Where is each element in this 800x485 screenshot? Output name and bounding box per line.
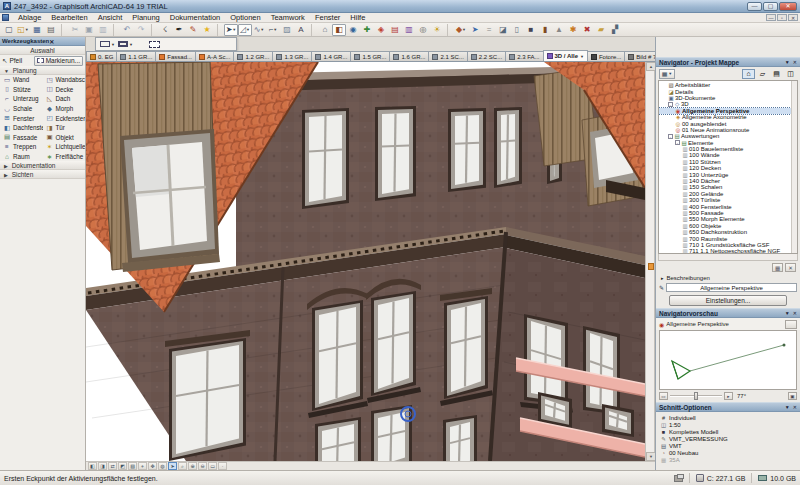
view-tab-1-3-GR-[interactable]: 1.3 GR...: [272, 51, 312, 61]
view-tab-2-1-SC-[interactable]: 2.1 SC...: [428, 51, 467, 61]
viewport-nav-icon-7[interactable]: ◍: [158, 462, 167, 470]
view-tab-Fotore-[interactable]: Fotore...: [587, 51, 625, 61]
slope-tool-icon[interactable]: ◿▼: [238, 24, 252, 36]
tool-pfeil[interactable]: ↖ Pfeil: [2, 57, 32, 65]
tool-schale[interactable]: ◡Schale: [0, 104, 43, 114]
view-name-field[interactable]: Allgemeine Perspektive: [666, 283, 797, 292]
tool-freifl-che[interactable]: ∗Freifläche: [43, 152, 86, 162]
view-tab-Fassad-[interactable]: Fassad...: [155, 51, 196, 61]
helper-icon[interactable]: ◉: [346, 24, 360, 36]
tool-st-tze[interactable]: ▯Stütze: [0, 85, 43, 95]
spline-tool-icon[interactable]: ∿▼: [252, 24, 266, 36]
tool-wandabsc-[interactable]: ◳Wandabsc...: [43, 75, 86, 85]
schnitt-item-individuell[interactable]: #Individuell: [660, 414, 800, 421]
beschreibungen-section[interactable]: ▸ Beschreibungen: [656, 273, 800, 282]
printer-icon[interactable]: [674, 475, 683, 482]
menu-hilfe[interactable]: Hilfe: [345, 13, 370, 23]
magic-wand-icon[interactable]: ✚: [360, 24, 374, 36]
stories-icon[interactable]: ▥: [402, 24, 416, 36]
viewport-nav-icon-13[interactable]: ·: [218, 462, 227, 470]
ifc-icon[interactable]: ▞: [608, 24, 622, 36]
minimize-button[interactable]: —: [747, 2, 762, 11]
schnitt-item-vmt-vermessung[interactable]: ✎VMT_VERMESSUNG: [660, 435, 800, 442]
viewport-vertical-scrollbar[interactable]: ▲ ▼: [645, 62, 655, 461]
delete-icon[interactable]: ✕: [785, 263, 796, 272]
marker-icon[interactable]: ▲: [552, 24, 566, 36]
view-map-icon[interactable]: ▱: [756, 69, 769, 79]
marquee-thin-button[interactable]: ▼: [100, 41, 115, 47]
tool-fenster[interactable]: ⊞Fenster: [0, 113, 43, 123]
hotlink-icon[interactable]: ◈: [374, 24, 388, 36]
tool-fassade[interactable]: ▤Fassade: [0, 133, 43, 143]
teamwork-send-icon[interactable]: ◆▼: [454, 24, 468, 36]
view-tab-1-6-GR-[interactable]: 1.6 GR...: [389, 51, 429, 61]
settings-button[interactable]: Einstellungen...: [669, 295, 787, 306]
parameter-pick-icon[interactable]: ☇: [158, 24, 172, 36]
teamwork-receive-icon[interactable]: ➤: [468, 24, 482, 36]
tool-objekt[interactable]: ▣Objekt: [43, 133, 86, 143]
panel-menu-icon[interactable]: ▼: [785, 310, 790, 316]
menu-ablage[interactable]: Ablage: [13, 13, 46, 23]
expander-icon[interactable]: -: [668, 102, 673, 107]
view-tab-0-EG[interactable]: 0. EG: [86, 51, 117, 61]
sun-study-icon[interactable]: ☀: [430, 24, 444, 36]
group-tool-icon[interactable]: ▨: [280, 24, 294, 36]
arrow-tool-icon[interactable]: ➤▼: [224, 24, 238, 36]
view-tab-1-2-GR-[interactable]: 1.2 GR...: [233, 51, 273, 61]
tool-dachfenster[interactable]: ◧Dachfenster: [0, 123, 43, 133]
menu-bearbeiten[interactable]: Bearbeiten: [46, 13, 92, 23]
publisher-sets-icon[interactable]: ◫: [784, 69, 797, 79]
project-chooser-button[interactable]: ▦▼: [659, 69, 675, 79]
publish-icon[interactable]: ✱: [566, 24, 580, 36]
tool-markierung[interactable]: Markierun...: [34, 56, 83, 66]
render-red-icon[interactable]: ✖: [580, 24, 594, 36]
panel-menu-icon[interactable]: ▼: [785, 404, 790, 410]
viewport-nav-icon-3[interactable]: ◩: [118, 462, 127, 470]
view-tab-2-2-SC-[interactable]: 2.2 SC...: [467, 51, 506, 61]
viewport-nav-icon-4[interactable]: ▧: [128, 462, 137, 470]
camera-icon[interactable]: ◎: [416, 24, 430, 36]
mdi-minimize-button[interactable]: —: [766, 14, 776, 21]
menu-teamwork[interactable]: Teamwork: [266, 13, 310, 23]
print-icon[interactable]: ▤: [44, 24, 58, 36]
preview-header[interactable]: Navigatorvorschau ▼ ✕: [656, 308, 800, 318]
preview-options-button[interactable]: ▣: [788, 392, 797, 400]
close-button[interactable]: ✕: [779, 2, 797, 11]
viewport-nav-icon-8[interactable]: ➤: [168, 462, 177, 470]
project-map-icon[interactable]: ⌂: [742, 69, 755, 79]
tree-horizontal-scrollbar[interactable]: [658, 254, 798, 261]
properties-icon[interactable]: ▦: [772, 263, 783, 272]
navigator-preview[interactable]: [659, 330, 797, 390]
view-tab-3D-Alle[interactable]: 3D / Alle▼: [543, 50, 588, 61]
pen-black-icon[interactable]: ✒: [172, 24, 186, 36]
view-tab-1-1-GR-[interactable]: 1.1 GR...: [116, 51, 156, 61]
tool-treppen[interactable]: ≡Treppen: [0, 142, 43, 152]
favorites-icon[interactable]: ★: [200, 24, 214, 36]
zoom-in-button[interactable]: ▸: [724, 392, 733, 400]
viewport-nav-icon-9[interactable]: ⌕: [178, 462, 187, 470]
compare-icon[interactable]: =: [482, 24, 496, 36]
flag-icon[interactable]: ▮: [538, 24, 552, 36]
viewport-nav-icon-5[interactable]: ⌖: [138, 462, 147, 470]
navigator-header[interactable]: Navigator - Projekt Mappe ▼ ✕: [656, 57, 800, 67]
tool-eckfenster[interactable]: ◰Eckfenster: [43, 113, 86, 123]
model-check-icon[interactable]: ■: [524, 24, 538, 36]
panel-close-icon[interactable]: ✕: [793, 310, 797, 316]
tree-scrollbar[interactable]: [791, 81, 797, 253]
view-tab-1-4-GR-[interactable]: 1.4 GR...: [311, 51, 351, 61]
new-document-icon[interactable]: ▢: [2, 24, 16, 36]
view-tab-2-3-FA-[interactable]: 2.3 FA...: [505, 51, 543, 61]
tool-raum[interactable]: ⌂Raum: [0, 152, 43, 162]
panel-menu-icon[interactable]: ▼: [785, 59, 790, 65]
dimension-tool-icon[interactable]: ⌐▼: [266, 24, 280, 36]
layout-book-icon[interactable]: ▤: [770, 69, 783, 79]
redo-icon[interactable]: ↷: [134, 24, 148, 36]
toolbox-close-icon[interactable]: ✕: [49, 38, 83, 45]
home-view-icon[interactable]: ⌂: [318, 24, 332, 36]
toolbox-title-bar[interactable]: Werkzeugkasten ✕: [0, 37, 85, 46]
toolbox-section-planung[interactable]: ▼ Planung: [0, 66, 85, 75]
menu-ansicht[interactable]: Ansicht: [93, 13, 128, 23]
maximize-button[interactable]: ▢: [763, 2, 778, 11]
tool-unterzug[interactable]: ⌐Unterzug: [0, 94, 43, 104]
marquee-thick-button[interactable]: ▼: [118, 41, 133, 47]
